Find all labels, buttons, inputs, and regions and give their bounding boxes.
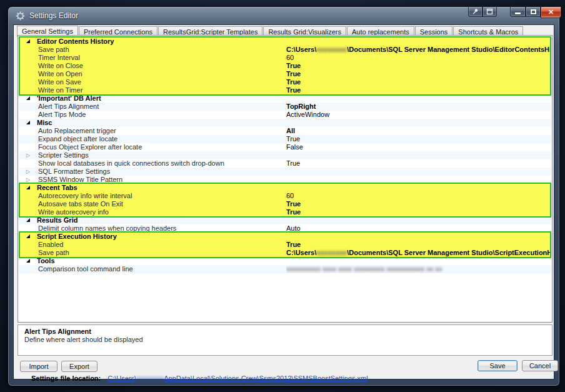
grid-property-row[interactable]: Delimit column names when copying header… (19, 224, 551, 233)
grid-category-row[interactable]: Tools (19, 257, 551, 265)
property-value[interactable]: False (286, 143, 550, 151)
property-grid[interactable]: Editor Contents HistorySave pathC:\Users… (18, 35, 552, 323)
desktop-background: Settings Editor (0, 0, 565, 392)
grid-property-row[interactable]: Focus Object Explorer after locateFalse (19, 143, 551, 151)
grid-property-row[interactable]: Timer Interval60 (19, 54, 551, 62)
property-label: Recent Tabs (37, 184, 78, 192)
redacted-text: xxxxxxxxxx xxxx xxxx xxxxxxxxx xxxxxxxxx… (286, 265, 442, 273)
property-value[interactable]: TopRight (286, 103, 550, 111)
grid-category-row[interactable]: Results Grid (19, 216, 551, 224)
dialog-client-area: General SettingsPreferred ConnectionsRes… (13, 24, 554, 379)
property-value[interactable]: ActiveWindow (286, 111, 550, 119)
grid-category-row[interactable]: Editor Contents History (19, 38, 551, 46)
property-label: Alert Tips Alignment (38, 103, 99, 111)
grid-category-row[interactable]: Recent Tabs (19, 184, 551, 192)
settings-file-location-label: Settings file location: (31, 374, 101, 382)
property-label: Write on Save (38, 78, 81, 86)
import-button[interactable]: Import (20, 361, 58, 372)
expanded-expander-icon[interactable] (26, 218, 30, 222)
property-value[interactable]: Auto (286, 224, 550, 233)
grid-category-row[interactable]: 'Important' DB Alert (19, 94, 551, 103)
pushpin-icon (472, 8, 479, 15)
status-line: Settings file location: C:\Users\xxxxxxx… (31, 374, 368, 382)
property-value[interactable]: True (286, 86, 550, 94)
property-value[interactable]: All (286, 127, 550, 135)
property-value[interactable]: True (286, 78, 550, 86)
grid-property-row[interactable]: Expand object after locateTrue (19, 135, 551, 143)
property-value[interactable]: 60 (286, 192, 550, 200)
grid-property-row[interactable]: Write on TimerTrue (19, 86, 551, 94)
close-button[interactable]: ✕ (541, 7, 561, 18)
property-label: SSMS Window Title Pattern (38, 176, 122, 184)
grid-property-row[interactable]: Alert Tips AlignmentTopRight (19, 103, 551, 111)
grid-property-row[interactable]: ▷SSMS Window Title Pattern (19, 176, 551, 184)
property-value[interactable]: xxxxxxxxxx xxxx xxxx xxxxxxxxx xxxxxxxxx… (286, 265, 550, 273)
property-label: Timer Interval (38, 54, 80, 62)
property-value[interactable]: C:\Users\xxxxxxxx\Documents\SQL Server M… (286, 249, 550, 257)
dock-button[interactable] (482, 7, 497, 17)
window-title: Settings Editor (29, 11, 78, 20)
grid-property-row[interactable]: Write on SaveTrue (19, 78, 551, 86)
caption-buttons: ✕ (510, 7, 561, 18)
property-label: Write on Open (38, 70, 82, 78)
grid-property-row[interactable]: Write on OpenTrue (19, 70, 551, 78)
property-value[interactable]: C:\Users\xxxxxxxx\Documents\SQL Server M… (286, 46, 550, 54)
property-value[interactable]: True (286, 159, 550, 168)
grid-property-row[interactable]: EnabledTrue (19, 241, 551, 249)
grid-property-row[interactable]: Autorecovery info write interval60 (19, 192, 551, 200)
property-label: Write on Close (38, 62, 83, 70)
grid-property-row[interactable]: ▷Scripter Settings (19, 151, 551, 159)
property-label: Alert Tips Mode (38, 111, 86, 119)
grid-property-row[interactable]: Save pathC:\Users\xxxxxxxx\Documents\SQL… (19, 46, 551, 54)
pin-button[interactable] (468, 7, 482, 17)
property-label: SQL Formatter Settings (38, 168, 110, 176)
settings-editor-window: Settings Editor (8, 6, 560, 386)
title-bar[interactable]: Settings Editor (8, 7, 559, 24)
redacted-text: xxxxxxxx (136, 374, 164, 382)
property-value[interactable]: True (286, 200, 550, 208)
property-label: Misc (37, 119, 52, 127)
expanded-expander-icon[interactable] (26, 39, 30, 43)
property-label: Editor Contents History (37, 38, 114, 46)
grid-property-row[interactable]: Save pathC:\Users\xxxxxxxx\Documents\SQL… (19, 249, 551, 257)
property-label: Autorecovery info write interval (38, 192, 132, 200)
property-value[interactable]: True (286, 135, 550, 143)
maximize-button[interactable] (526, 7, 541, 17)
collapsed-expander-icon[interactable]: ▷ (26, 176, 30, 184)
grid-category-row[interactable]: Script Execution History (19, 233, 551, 241)
grid-property-row[interactable]: Write autorecovery infoTrue (19, 208, 551, 216)
property-value[interactable]: True (286, 208, 550, 216)
minimize-button[interactable] (510, 7, 526, 17)
property-label: Write autorecovery info (38, 208, 109, 216)
grid-property-row[interactable]: Show local databases in quick connection… (19, 159, 551, 168)
property-label: Write on Timer (38, 86, 82, 94)
property-value[interactable]: 60 (286, 54, 550, 62)
property-label: Scripter Settings (38, 151, 89, 159)
expanded-expander-icon[interactable] (26, 234, 30, 238)
collapsed-expander-icon[interactable]: ▷ (26, 151, 30, 159)
expanded-expander-icon[interactable] (26, 186, 30, 189)
grid-category-row[interactable]: Misc (19, 119, 551, 127)
grid-property-row[interactable]: ▷SQL Formatter Settings (19, 168, 551, 176)
grid-property-row[interactable]: Autosave tabs state On ExitTrue (19, 200, 551, 208)
save-button[interactable]: Save (478, 360, 518, 371)
export-button[interactable]: Export (61, 361, 98, 372)
property-value[interactable]: True (286, 62, 550, 70)
property-label: Autosave tabs state On Exit (38, 200, 123, 208)
grid-property-row[interactable]: Alert Tips ModeActiveWindow (19, 111, 551, 119)
property-description-panel: Alert Tips Alignment Define where alert … (18, 324, 552, 356)
expanded-expander-icon[interactable] (26, 96, 30, 100)
settings-file-location-link[interactable]: C:\Users\xxxxxxxxAppData\Local\Solutions… (108, 374, 368, 382)
expanded-expander-icon[interactable] (26, 121, 30, 124)
property-value[interactable]: True (286, 241, 550, 249)
grid-property-row[interactable]: Comparison tool command linexxxxxxxxxx x… (19, 265, 551, 273)
description-body: Define where alert should be displayed (24, 336, 546, 343)
expanded-expander-icon[interactable] (26, 259, 30, 263)
cancel-button[interactable]: Cancel (522, 360, 558, 371)
property-label: Auto Replacement trigger (38, 127, 116, 135)
description-title: Alert Tips Alignment (24, 328, 546, 335)
grid-property-row[interactable]: Auto Replacement triggerAll (19, 127, 551, 135)
property-value[interactable]: True (286, 70, 550, 78)
collapsed-expander-icon[interactable]: ▷ (26, 168, 30, 176)
grid-property-row[interactable]: Write on CloseTrue (19, 62, 551, 70)
